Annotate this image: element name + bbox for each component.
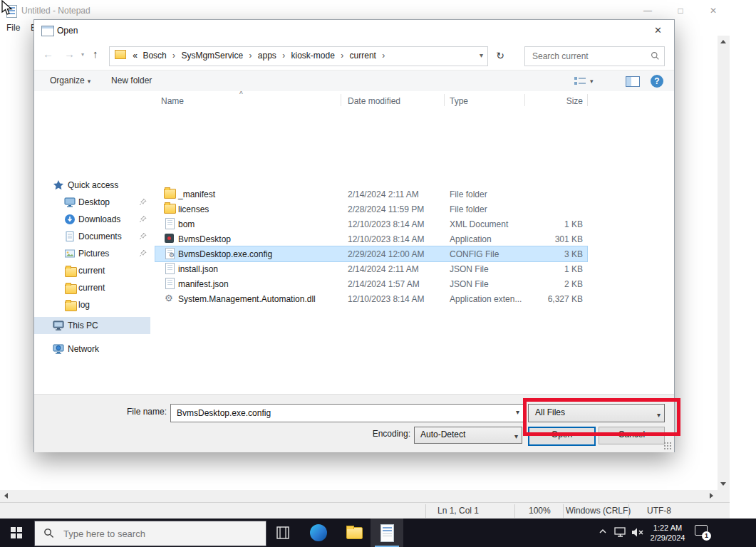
file-date: 2/28/2024 11:59 PM bbox=[348, 204, 424, 214]
address-dropdown-icon[interactable]: ▾ bbox=[480, 47, 483, 64]
file-name-input[interactable] bbox=[175, 405, 506, 421]
horizontal-scrollbar[interactable] bbox=[0, 490, 718, 502]
sidebar-item-current[interactable]: current bbox=[34, 262, 150, 279]
column-header-date[interactable]: Date modified bbox=[348, 96, 400, 106]
column-separator[interactable] bbox=[587, 94, 588, 106]
breadcrumb-item[interactable]: Bosch bbox=[141, 51, 167, 61]
breadcrumb-item[interactable]: apps bbox=[257, 51, 278, 61]
dialog-titlebar[interactable]: Open ✕ bbox=[34, 20, 674, 41]
folder-icon bbox=[164, 204, 176, 214]
cancel-button[interactable]: Cancel bbox=[599, 427, 665, 444]
start-button[interactable] bbox=[0, 519, 34, 547]
search-box[interactable] bbox=[524, 46, 665, 66]
file-name: _manifest bbox=[178, 189, 215, 199]
breadcrumb-item[interactable]: kiosk-mode bbox=[290, 51, 336, 61]
breadcrumb-item[interactable]: current bbox=[348, 51, 378, 61]
column-separator[interactable] bbox=[341, 94, 341, 106]
recent-locations-caret-icon[interactable]: ▾ bbox=[81, 51, 84, 58]
sidebar-item-downloads[interactable]: Downloads bbox=[34, 211, 150, 228]
clock-time: 1:22 AM bbox=[646, 523, 690, 533]
pin-icon bbox=[139, 249, 147, 257]
scroll-left-icon[interactable] bbox=[4, 493, 8, 499]
column-header-name[interactable]: Name bbox=[161, 96, 184, 106]
forward-button[interactable]: → bbox=[64, 48, 75, 60]
sidebar-item-desktop[interactable]: Desktop bbox=[34, 194, 150, 211]
file-row[interactable]: licenses 2/28/2024 11:59 PM File folder bbox=[155, 202, 587, 217]
help-button[interactable]: ? bbox=[651, 75, 663, 88]
taskbar-search-input[interactable] bbox=[62, 523, 243, 544]
breadcrumb-separator-icon: › bbox=[280, 51, 287, 61]
edge-taskbar-button[interactable] bbox=[302, 519, 335, 547]
desktop-icon bbox=[64, 197, 76, 208]
new-folder-button[interactable]: New folder bbox=[111, 75, 152, 85]
network-tray-button[interactable] bbox=[614, 527, 626, 540]
column-separator[interactable] bbox=[444, 94, 445, 106]
dialog-footer: File name: ▾ All Files ▾ Encoding: Auto-… bbox=[34, 394, 674, 452]
file-type-value: All Files bbox=[529, 407, 565, 417]
clock[interactable]: 1:22 AM 2/29/2024 bbox=[646, 523, 690, 543]
column-header-size[interactable]: Size bbox=[533, 96, 583, 106]
breadcrumb-item[interactable]: SysMgmService bbox=[180, 51, 244, 61]
back-button[interactable]: ← bbox=[43, 48, 53, 60]
file-name: System.Management.Automation.dll bbox=[178, 294, 316, 304]
star-icon bbox=[53, 179, 64, 191]
open-button[interactable]: Open bbox=[528, 427, 596, 446]
scroll-down-icon[interactable] bbox=[720, 482, 726, 486]
folder-icon bbox=[65, 267, 77, 277]
notepad-taskbar-button[interactable] bbox=[371, 519, 403, 547]
sidebar-item-this-pc[interactable]: This PC bbox=[34, 317, 150, 334]
column-separator[interactable] bbox=[524, 94, 525, 106]
address-folder-icon bbox=[115, 50, 126, 59]
file-row[interactable]: _manifest 2/14/2024 2:11 AM File folder bbox=[155, 187, 587, 202]
scroll-up-icon[interactable] bbox=[720, 40, 726, 43]
taskbar-search-box[interactable] bbox=[34, 521, 266, 546]
vertical-scrollbar[interactable] bbox=[718, 36, 730, 490]
file-row-selected[interactable]: ⚙ BvmsDesktop.exe.config 2/29/2024 12:00… bbox=[155, 246, 587, 261]
encoding-select[interactable]: Auto-Detect ▾ bbox=[414, 427, 522, 444]
file-row[interactable]: ⚙ System.Management.Automation.dll 12/10… bbox=[155, 291, 587, 306]
action-center-button[interactable]: 1 bbox=[695, 525, 709, 539]
file-row[interactable]: bom 12/10/2023 8:14 AM XML Document 1 KB bbox=[155, 217, 587, 231]
close-button[interactable]: ✕ bbox=[697, 0, 730, 21]
change-view-button[interactable]: ▾ bbox=[574, 76, 599, 86]
tray-expand-button[interactable] bbox=[599, 527, 607, 537]
preview-pane-button[interactable] bbox=[626, 76, 640, 87]
file-row[interactable]: install.json 2/14/2024 2:11 AM JSON File… bbox=[155, 261, 587, 276]
refresh-button[interactable]: ↻ bbox=[491, 46, 509, 65]
resize-grip[interactable] bbox=[663, 442, 672, 450]
minimize-button[interactable]: — bbox=[631, 0, 664, 21]
search-input[interactable] bbox=[531, 48, 648, 65]
file-row[interactable]: manifest.json 2/14/2024 1:57 AM JSON Fil… bbox=[155, 276, 587, 291]
scroll-right-icon[interactable] bbox=[710, 493, 713, 499]
sidebar-item-quick-access[interactable]: Quick access bbox=[34, 177, 150, 194]
address-bar[interactable]: « Bosch › SysMgmService › apps › kiosk-m… bbox=[109, 46, 488, 66]
dialog-close-button[interactable]: ✕ bbox=[642, 20, 674, 41]
file-row[interactable]: BvmsDesktop 12/10/2023 8:14 AM Applicati… bbox=[155, 231, 587, 246]
menu-file[interactable]: File bbox=[6, 23, 20, 33]
sidebar-item-log[interactable]: log bbox=[34, 296, 150, 313]
search-icon bbox=[651, 51, 660, 61]
file-explorer-taskbar-button[interactable] bbox=[338, 519, 371, 547]
caret-down-icon[interactable]: ▾ bbox=[657, 407, 661, 423]
organize-button[interactable]: Organize▾ bbox=[50, 75, 90, 85]
up-button[interactable]: ↑ bbox=[93, 48, 98, 60]
sidebar-item-pictures[interactable]: Pictures bbox=[34, 245, 150, 262]
maximize-button[interactable]: □ bbox=[664, 0, 697, 21]
open-dialog: Open ✕ ← → ▾ ↑ « Bosch › SysMgmService ›… bbox=[33, 19, 675, 452]
sidebar-item-documents[interactable]: Documents bbox=[34, 228, 150, 245]
task-view-button[interactable] bbox=[266, 519, 299, 547]
file-name-combobox[interactable]: ▾ bbox=[170, 404, 524, 422]
file-date: 2/14/2024 1:57 AM bbox=[348, 279, 420, 289]
caret-down-icon[interactable]: ▾ bbox=[516, 408, 519, 416]
file-type-select[interactable]: All Files ▾ bbox=[528, 404, 665, 422]
caret-down-icon: ▾ bbox=[85, 78, 91, 85]
sidebar-item-network[interactable]: Network bbox=[34, 340, 150, 358]
breadcrumb-separator-icon: › bbox=[338, 51, 346, 61]
caret-down-icon[interactable]: ▾ bbox=[514, 429, 518, 444]
column-header-type[interactable]: Type bbox=[450, 96, 468, 106]
ethernet-icon bbox=[614, 527, 626, 538]
file-date: 2/14/2024 2:11 AM bbox=[348, 189, 419, 199]
file-date: 12/10/2023 8:14 AM bbox=[348, 219, 424, 229]
sidebar-item-current[interactable]: current bbox=[34, 279, 150, 296]
volume-tray-button[interactable] bbox=[631, 527, 644, 540]
